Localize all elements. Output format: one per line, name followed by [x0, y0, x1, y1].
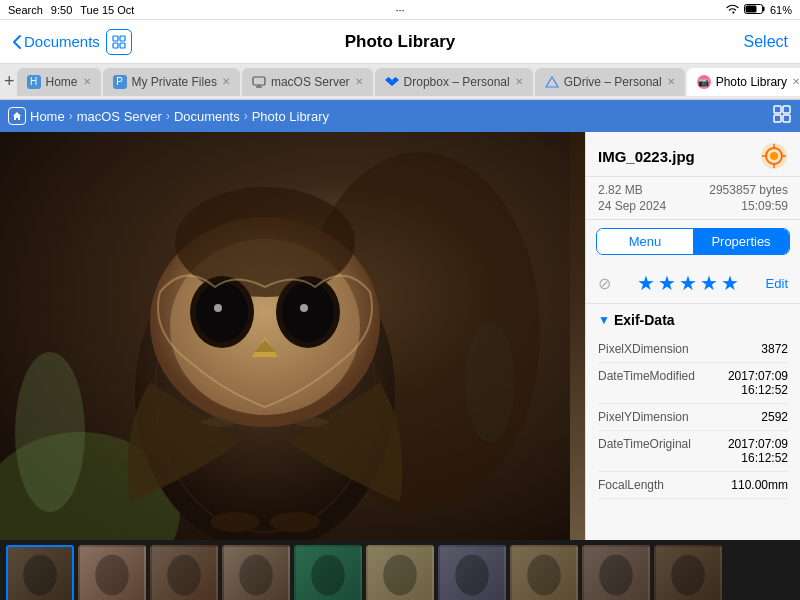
star-3[interactable]: ★ — [679, 271, 697, 295]
svg-point-32 — [270, 512, 320, 532]
svg-rect-12 — [783, 106, 790, 113]
svg-point-48 — [455, 554, 489, 595]
search-label: Search — [8, 4, 43, 16]
star-4[interactable]: ★ — [700, 271, 718, 295]
window-icon[interactable] — [106, 29, 132, 55]
svg-rect-4 — [120, 36, 125, 41]
dropbox-tab-icon — [385, 75, 399, 89]
page-title: Photo Library — [345, 32, 456, 52]
svg-rect-6 — [120, 43, 125, 48]
edit-link[interactable]: Edit — [766, 276, 788, 291]
star-1[interactable]: ★ — [637, 271, 655, 295]
exif-val-dtmod: 2017:07:09 16:12:52 — [728, 369, 788, 397]
thumbnail-item[interactable]: IMG_0221.nef★★★★ — [150, 545, 218, 601]
star-2[interactable]: ★ — [658, 271, 676, 295]
svg-point-37 — [770, 152, 778, 160]
file-size: 2.82 MB — [598, 183, 692, 197]
no-rating-icon: ⊘ — [598, 274, 611, 293]
back-button[interactable]: Documents — [12, 33, 100, 50]
breadcrumb-documents[interactable]: Documents — [174, 109, 240, 124]
svg-point-44 — [167, 554, 201, 595]
photo-tab-icon: 📷 — [697, 75, 711, 89]
close-tab-home[interactable]: ✕ — [83, 76, 91, 87]
exif-header[interactable]: ▼ Exif-Data — [598, 312, 788, 328]
menu-tab[interactable]: Menu — [597, 229, 693, 254]
thumbnail-item[interactable]: IMG_0212.cr2★★★★★ — [294, 545, 362, 601]
tab-home-label: Home — [46, 75, 78, 89]
tab-photo[interactable]: 📷 Photo Library ✕ — [687, 68, 800, 96]
main-content: IMG_0223.jpg 2.82 MB 2953857 bytes 24 Se… — [0, 132, 800, 540]
status-dots: ··· — [395, 4, 404, 16]
grid-view-icon[interactable] — [772, 110, 792, 127]
status-left: Search 9:50 Tue 15 Oct — [8, 4, 134, 16]
image-viewer[interactable] — [0, 132, 585, 540]
thumbnail-image — [654, 545, 722, 601]
tab-dropbox-label: Dropbox – Personal — [404, 75, 510, 89]
stars-row: ⊘ ★ ★ ★ ★ ★ Edit — [586, 263, 800, 304]
select-button[interactable]: Select — [744, 33, 788, 51]
breadcrumb: Home › macOS Server › Documents › Photo … — [0, 100, 800, 132]
thumbnail-image — [222, 545, 290, 601]
svg-rect-1 — [762, 6, 764, 11]
breadcrumb-photolibrary[interactable]: Photo Library — [252, 109, 329, 124]
tab-gdrive-label: GDrive – Personal — [564, 75, 662, 89]
thumbnail-image — [294, 545, 362, 601]
star-rating[interactable]: ★ ★ ★ ★ ★ — [637, 271, 739, 295]
star-5[interactable]: ★ — [721, 271, 739, 295]
svg-point-31 — [210, 512, 260, 532]
thumbnail-item[interactable]: IMG_0076.nef★★★★★ — [78, 545, 146, 601]
thumbnail-item[interactable]: IMG_0220.nef★★ — [654, 545, 722, 601]
tab-private[interactable]: P My Private Files ✕ — [103, 68, 240, 96]
add-tab-button[interactable]: + — [4, 68, 15, 96]
close-tab-gdrive[interactable]: ✕ — [667, 76, 675, 87]
svg-point-47 — [383, 554, 417, 595]
thumbnail-image — [438, 545, 506, 601]
owl-svg — [0, 132, 570, 540]
properties-panel: IMG_0223.jpg 2.82 MB 2953857 bytes 24 Se… — [585, 132, 800, 540]
tab-dropbox[interactable]: Dropbox – Personal ✕ — [375, 68, 533, 96]
owl-image — [0, 132, 585, 540]
exif-row-focal: FocalLength 110.00mm — [598, 472, 788, 499]
tab-gdrive[interactable]: GDrive – Personal ✕ — [535, 68, 685, 96]
thumbnail-item[interactable]: IMG_0223.jpg★★★★★ — [6, 545, 74, 601]
svg-point-22 — [175, 187, 355, 297]
close-tab-macos[interactable]: ✕ — [355, 76, 363, 87]
exif-key-pixely: PixelYDimension — [598, 410, 689, 424]
svg-rect-14 — [783, 115, 790, 122]
thumbnail-item[interactable]: IMG_0217.cr2★★★ — [438, 545, 506, 601]
exif-row-dtmod: DateTimeModified 2017:07:09 16:12:52 — [598, 363, 788, 404]
back-label: Documents — [24, 33, 100, 50]
thumbnail-item[interactable]: IMG_0225.jpg★★★ — [366, 545, 434, 601]
exif-key-dtorig: DateTimeOriginal — [598, 437, 691, 465]
svg-point-49 — [527, 554, 561, 595]
exif-section: ▼ Exif-Data PixelXDimension 3872 DateTim… — [586, 304, 800, 507]
breadcrumb-macos[interactable]: macOS Server — [77, 109, 162, 124]
collapse-icon: ▼ — [598, 313, 610, 327]
properties-tab[interactable]: Properties — [693, 229, 789, 254]
thumbnail-item[interactable]: IMG_0218.nef★★★★ — [222, 545, 290, 601]
thumbnail-image — [78, 545, 146, 601]
exif-title: Exif-Data — [614, 312, 675, 328]
tab-home[interactable]: H Home ✕ — [17, 68, 101, 96]
close-tab-photo[interactable]: ✕ — [792, 76, 800, 87]
battery-percent: 61% — [770, 4, 792, 16]
svg-point-42 — [23, 554, 57, 595]
svg-point-24 — [196, 282, 248, 342]
file-bytes: 2953857 bytes — [694, 183, 788, 197]
svg-point-34 — [465, 322, 515, 442]
tab-macos[interactable]: macOS Server ✕ — [242, 68, 373, 96]
gdrive-tab-icon — [545, 75, 559, 89]
time: 9:50 — [51, 4, 72, 16]
svg-rect-3 — [113, 36, 118, 41]
exif-val-dtorig: 2017:07:09 16:12:52 — [728, 437, 788, 465]
svg-rect-13 — [774, 115, 781, 122]
thumbnail-item[interactable]: IMG_0182.cr2★★ — [582, 545, 650, 601]
breadcrumb-home[interactable]: Home — [8, 107, 65, 125]
close-tab-private[interactable]: ✕ — [222, 76, 230, 87]
close-tab-dropbox[interactable]: ✕ — [515, 76, 523, 87]
exif-val-focal: 110.00mm — [731, 478, 788, 492]
prop-header: IMG_0223.jpg — [586, 132, 800, 177]
status-right: 61% — [725, 3, 792, 17]
thumbnail-item[interactable]: IMG_0187.rw2★★★ — [510, 545, 578, 601]
svg-point-45 — [239, 554, 273, 595]
